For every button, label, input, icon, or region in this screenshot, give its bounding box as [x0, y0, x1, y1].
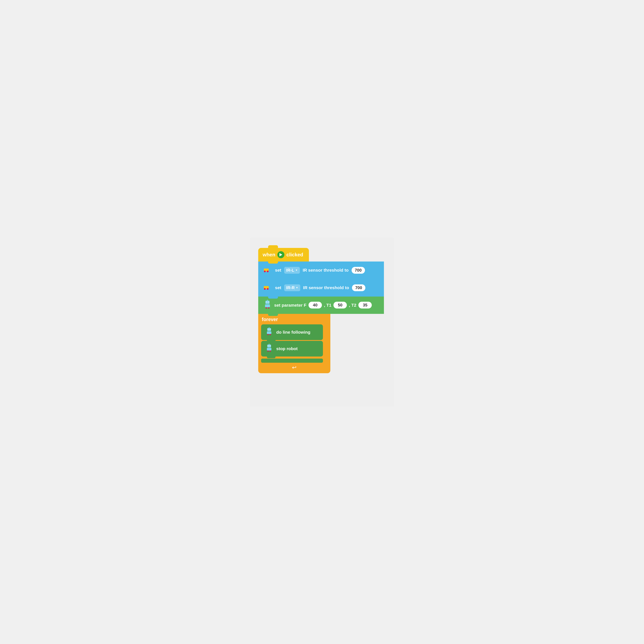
svg-point-22: [268, 329, 269, 330]
svg-point-13: [268, 302, 269, 302]
ir-block-2[interactable]: set IR-R ▼ IR sensor threshold to 700: [258, 279, 384, 297]
svg-point-19: [269, 327, 270, 328]
ir1-chevron-icon: ▼: [295, 269, 298, 272]
ir-sensor-icon-2: [263, 282, 272, 293]
param-robot-icon: [263, 300, 272, 311]
svg-rect-35: [267, 350, 268, 351]
clicked-label: clicked: [286, 252, 303, 258]
svg-point-33: [270, 345, 270, 346]
svg-rect-16: [268, 307, 269, 309]
param-block[interactable]: set parameter F 40 , T1 50 , T2 35: [258, 297, 384, 314]
ir2-chevron-icon: ▼: [296, 286, 298, 289]
do-line-following-label: do line following: [276, 330, 311, 335]
ir2-value[interactable]: 700: [352, 284, 365, 291]
svg-marker-0: [279, 253, 282, 256]
ir2-dropdown[interactable]: IR-R ▼: [284, 284, 300, 291]
svg-rect-36: [270, 350, 271, 351]
svg-point-6: [267, 288, 269, 290]
ir1-value[interactable]: 700: [352, 267, 365, 274]
stop-robot-icon: [264, 344, 274, 354]
scratch-workspace: when clicked: [250, 238, 394, 407]
svg-rect-34: [267, 348, 271, 351]
block-stack: when clicked: [258, 248, 384, 373]
ir-sensor-icon-1: [263, 265, 272, 276]
ir2-set-label: set: [275, 285, 281, 290]
svg-point-5: [264, 288, 266, 290]
param-t2-value[interactable]: 35: [358, 302, 372, 309]
ir1-set-label: set: [275, 268, 281, 273]
ir2-dropdown-value: IR-R: [286, 285, 295, 290]
when-label: when: [263, 252, 275, 258]
svg-rect-26: [270, 334, 271, 335]
param-f-value[interactable]: 40: [309, 302, 322, 309]
ir1-dropdown[interactable]: IR-L ▼: [284, 267, 300, 274]
param-t1-value[interactable]: 50: [333, 302, 347, 309]
stop-robot-label: stop robot: [276, 346, 298, 351]
forever-block: forever: [258, 314, 330, 373]
svg-rect-15: [266, 307, 267, 309]
ir1-threshold-label: IR sensor threshold to: [303, 268, 349, 273]
green-flag-icon: [277, 251, 284, 258]
param-label: set parameter F: [274, 303, 306, 308]
svg-rect-24: [267, 331, 271, 334]
arrow-icon: ↩: [292, 364, 297, 371]
forever-body: do line following: [258, 324, 330, 357]
line-following-robot-icon: [264, 327, 274, 337]
svg-rect-25: [267, 334, 268, 335]
svg-rect-14: [265, 304, 270, 307]
ir-block-1[interactable]: set IR-L ▼ IR sensor threshold to 700: [258, 262, 384, 279]
forever-arrow: ↩: [258, 363, 330, 371]
svg-point-2: [264, 271, 266, 272]
svg-point-3: [267, 271, 269, 272]
svg-point-29: [269, 344, 270, 344]
svg-point-12: [266, 302, 267, 302]
ir2-threshold-label: IR sensor threshold to: [303, 285, 349, 290]
forever-end-bar: [261, 359, 323, 363]
param-t2-label: , T2: [349, 303, 356, 308]
do-line-following-block[interactable]: do line following: [261, 324, 323, 340]
stop-robot-block[interactable]: stop robot: [261, 341, 323, 357]
svg-point-23: [270, 329, 270, 330]
param-t1-label: , T1: [324, 303, 331, 308]
when-clicked-block[interactable]: when clicked: [258, 248, 309, 262]
ir1-dropdown-value: IR-L: [286, 268, 294, 273]
svg-point-9: [267, 300, 268, 300]
svg-point-32: [268, 345, 269, 346]
